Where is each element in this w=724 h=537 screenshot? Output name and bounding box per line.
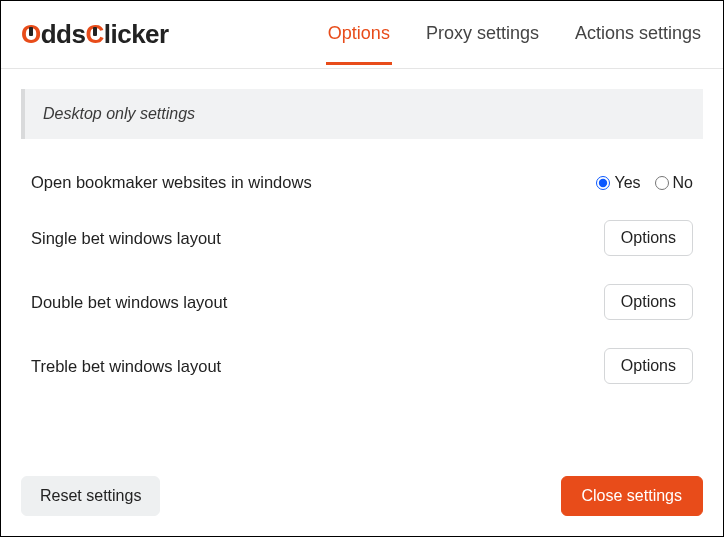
header: OddsClicker Options Proxy settings Actio… (1, 1, 723, 69)
radio-no[interactable] (655, 176, 669, 190)
reset-settings-button[interactable]: Reset settings (21, 476, 160, 516)
app-logo: OddsClicker (21, 19, 169, 68)
close-settings-button[interactable]: Close settings (561, 476, 704, 516)
row-label: Single bet windows layout (31, 229, 221, 248)
row-label: Treble bet windows layout (31, 357, 221, 376)
tab-proxy-settings[interactable]: Proxy settings (424, 23, 541, 65)
row-open-in-windows: Open bookmaker websites in windows Yes N… (21, 159, 703, 206)
tab-options[interactable]: Options (326, 23, 392, 65)
tab-bar: Options Proxy settings Actions settings (326, 23, 703, 65)
row-single-bet-layout: Single bet windows layout Options (21, 206, 703, 270)
radio-yes[interactable] (596, 176, 610, 190)
row-treble-bet-layout: Treble bet windows layout Options (21, 334, 703, 398)
radio-yes-label[interactable]: Yes (596, 174, 640, 192)
row-double-bet-layout: Double bet windows layout Options (21, 270, 703, 334)
single-bet-options-button[interactable]: Options (604, 220, 693, 256)
radio-group-open-in-windows: Yes No (596, 174, 693, 192)
logo-letter-c: C (85, 19, 103, 50)
treble-bet-options-button[interactable]: Options (604, 348, 693, 384)
content-area: Desktop only settings Open bookmaker web… (1, 69, 723, 398)
logo-letter-o: O (21, 19, 41, 50)
row-label: Double bet windows layout (31, 293, 227, 312)
section-title: Desktop only settings (21, 89, 703, 139)
radio-no-label[interactable]: No (655, 174, 693, 192)
footer: Reset settings Close settings (21, 476, 703, 516)
row-label: Open bookmaker websites in windows (31, 173, 312, 192)
tab-actions-settings[interactable]: Actions settings (573, 23, 703, 65)
double-bet-options-button[interactable]: Options (604, 284, 693, 320)
